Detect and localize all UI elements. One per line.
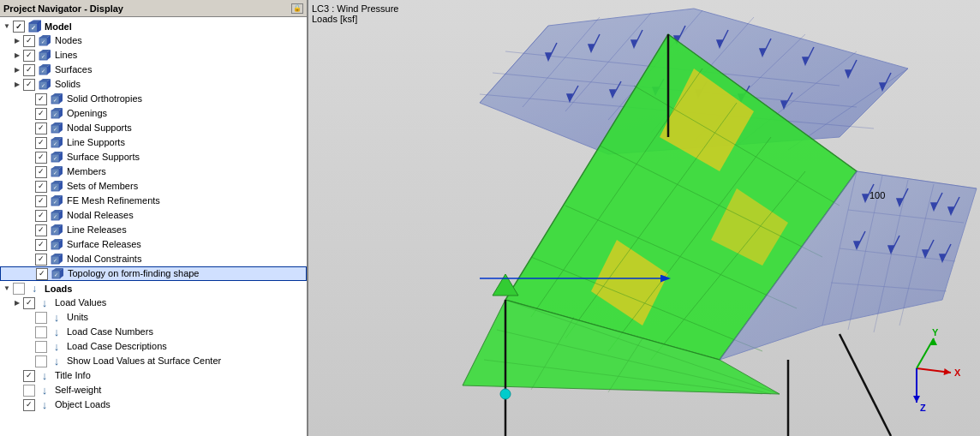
title-info-expand-icon[interactable] [12,371,22,381]
lines-label: Lines [55,48,77,63]
model-root[interactable]: ▼ ✓ Model [0,19,307,33]
tree-item-nodal-releases[interactable]: ✓ Nodal Releases [0,208,307,223]
object-loads-expand-icon[interactable] [12,400,22,410]
units-icon: ↓ [50,311,63,325]
loads-expand-icon[interactable]: ▼ [2,284,12,294]
tree-item-solids[interactable]: ▶ ✓ Solids [0,77,307,92]
svg-text:✓: ✓ [53,127,57,132]
loads-root[interactable]: ▼ ↓ Loads [0,281,307,296]
loads-item-load-case-numbers[interactable]: ↓Load Case Numbers [0,325,307,339]
sets-of-members-expand-icon[interactable] [24,182,34,192]
members-icon: ✓ [50,165,63,179]
openings-checkbox[interactable] [35,108,47,120]
load-values-checkbox[interactable] [23,297,35,309]
svg-text:✓: ✓ [54,272,58,278]
lines-expand-icon[interactable]: ▶ [12,51,22,61]
surfaces-expand-icon[interactable]: ▶ [12,65,22,75]
object-loads-checkbox[interactable] [23,399,35,411]
svg-text:✓: ✓ [53,200,57,205]
show-load-values-expand-icon[interactable] [24,356,34,367]
tree-item-nodal-supports[interactable]: ✓ Nodal Supports [0,121,307,135]
nodal-supports-label: Nodal Supports [67,121,132,135]
units-label: Units [67,310,88,325]
pin-button[interactable]: 🔒 [291,3,303,14]
topology-expand-icon[interactable] [25,269,35,279]
fe-mesh-expand-icon[interactable] [24,196,34,206]
loads-item-show-load-values[interactable]: ↓Show Load Values at Surface Center [0,354,307,368]
nodes-expand-icon[interactable]: ▶ [12,36,22,46]
line-releases-checkbox[interactable] [35,224,47,236]
units-expand-icon[interactable] [24,313,34,323]
tree-item-line-supports[interactable]: ✓ Line Supports [0,135,307,150]
loads-item-units[interactable]: ↓Units [0,310,307,325]
solid-ortho-expand-icon[interactable] [24,94,34,105]
loads-items-container: ▶↓Load Values↓Units↓Load Case Numbers↓Lo… [0,296,307,412]
tree-item-nodes[interactable]: ▶ ✓ Nodes [0,33,307,48]
loads-checkbox[interactable] [13,283,25,295]
topology-checkbox[interactable] [36,268,48,280]
loads-item-self-weight[interactable]: ↓Self-weight [0,383,307,397]
sets-of-members-checkbox[interactable] [35,181,47,193]
surface-supports-expand-icon[interactable] [24,152,34,163]
solids-checkbox[interactable] [23,79,35,91]
load-case-numbers-icon: ↓ [50,326,63,339]
fe-mesh-checkbox[interactable] [35,195,47,207]
tree-item-surface-releases[interactable]: ✓ Surface Releases [0,237,307,252]
loads-item-load-values[interactable]: ▶↓Load Values [0,296,307,310]
tree-item-solid-ortho[interactable]: ✓ Solid Orthotropies [0,92,307,106]
tree-item-nodal-constraints[interactable]: ✓ Nodal Constraints [0,252,307,266]
self-weight-icon: ↓ [38,384,51,397]
model-expand-icon[interactable]: ▼ [2,21,12,32]
tree-item-surface-supports[interactable]: ✓ Surface Supports [0,150,307,164]
solid-ortho-checkbox[interactable] [35,93,47,105]
fe-mesh-icon: ✓ [50,194,63,208]
surfaces-checkbox[interactable] [23,64,35,76]
surface-releases-checkbox[interactable] [35,239,47,251]
nodal-supports-expand-icon[interactable] [24,123,34,134]
solids-label: Solids [55,77,81,92]
members-expand-icon[interactable] [24,167,34,177]
line-supports-checkbox[interactable] [35,137,47,149]
line-releases-expand-icon[interactable] [24,225,34,236]
units-checkbox[interactable] [35,312,47,324]
tree-item-topology[interactable]: ✓ Topology on form-finding shape [0,266,307,281]
tree-item-lines[interactable]: ▶ ✓ Lines [0,48,307,63]
model-checkbox[interactable] [13,21,25,33]
tree-item-openings[interactable]: ✓ Openings [0,106,307,121]
lines-checkbox[interactable] [23,50,35,62]
nodal-constraints-checkbox[interactable] [35,254,47,266]
surface-releases-expand-icon[interactable] [24,240,34,250]
load-case-numbers-checkbox[interactable] [35,326,47,338]
load-values-expand-icon[interactable]: ▶ [12,298,22,308]
tree-item-surfaces[interactable]: ▶ ✓ Surfaces [0,63,307,77]
load-case-numbers-expand-icon[interactable] [24,327,34,337]
loads-item-title-info[interactable]: ↓Title Info [0,368,307,383]
nodal-supports-checkbox[interactable] [35,122,47,134]
title-info-checkbox[interactable] [23,370,35,382]
svg-text:✓: ✓ [41,83,45,88]
nodal-releases-checkbox[interactable] [35,210,47,222]
nodal-constraints-expand-icon[interactable] [24,254,34,265]
members-checkbox[interactable] [35,166,47,178]
line-supports-expand-icon[interactable] [24,138,34,148]
tree-item-line-releases[interactable]: ✓ Line Releases [0,223,307,237]
svg-text:✓: ✓ [53,112,57,117]
loads-item-object-loads[interactable]: ↓Object Loads [0,397,307,412]
tree-item-members[interactable]: ✓ Members [0,164,307,179]
tree-item-fe-mesh[interactable]: ✓ FE Mesh Refinements [0,194,307,208]
svg-text:✓: ✓ [53,141,57,146]
nodal-releases-expand-icon[interactable] [24,211,34,221]
surface-releases-icon: ✓ [50,238,63,252]
nodes-checkbox[interactable] [23,35,35,47]
load-case-descriptions-checkbox[interactable] [35,341,47,353]
self-weight-checkbox[interactable] [23,385,35,397]
tree-item-sets-of-members[interactable]: ✓ Sets of Members [0,179,307,194]
load-case-descriptions-expand-icon[interactable] [24,342,34,352]
tree-container[interactable]: ▼ ✓ Model ▶ ✓ Nodes▶ [0,17,307,436]
surface-supports-checkbox[interactable] [35,152,47,164]
show-load-values-checkbox[interactable] [35,355,47,367]
openings-expand-icon[interactable] [24,109,34,119]
solids-expand-icon[interactable]: ▶ [12,80,22,90]
self-weight-expand-icon[interactable] [12,385,22,396]
loads-item-load-case-descriptions[interactable]: ↓Load Case Descriptions [0,339,307,354]
